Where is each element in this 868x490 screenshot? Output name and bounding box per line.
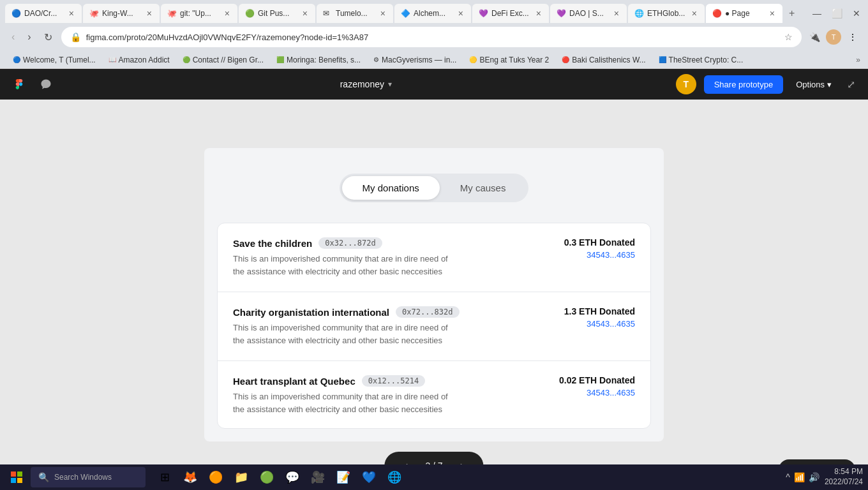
taskbar-network-icon[interactable]: 📶 [794,472,805,482]
bookmark-moringa[interactable]: 🟩 Moringa: Benefits, s... [271,54,366,66]
figma-user-avatar[interactable]: T [676,74,696,94]
fullscreen-button[interactable]: ⤢ [844,76,858,93]
donation-tx-1[interactable]: 34543...4635 [546,250,635,260]
donation-left-3: Heart transplant at Quebec 0x12...5214 T… [233,375,546,415]
start-button[interactable] [5,466,28,489]
bookmark-icon-macgyver: ⚙ [373,56,379,63]
taskbar-app-zoom[interactable]: 🎥 [306,466,329,489]
bookmark-icon-moringa: 🟩 [276,56,284,63]
tab-close-king[interactable]: × [146,7,153,20]
tab-close-ethglob[interactable]: × [691,7,698,20]
taskbar-app-browser[interactable]: 🦊 [179,466,202,489]
donation-desc-1: This is an impoverished community that a… [233,253,539,278]
taskbar-app-green[interactable]: 🟢 [255,466,278,489]
donation-list: Save the children 0x32...872d This is an… [217,223,651,429]
taskbar-volume-icon[interactable]: 🔊 [809,472,819,482]
tab-close-dao[interactable]: × [68,7,75,20]
taskbar-app-orange[interactable]: 🟠 [204,466,227,489]
prototype-area: My donations My causes Save the children… [0,100,868,490]
bookmark-thestreet[interactable]: 🟦 TheStreet Crypto: C... [654,54,749,66]
bookmark-icon-baki: 🔴 [562,56,569,63]
tab-close-git-push[interactable]: × [301,7,309,20]
taskbar-clock[interactable]: 8:54 PM 2022/07/24 [825,467,863,487]
taskbar-app-vscode[interactable]: 💙 [357,466,380,489]
bookmark-contact[interactable]: 🟢 Contact // Bigen Gr... [177,54,269,66]
tab-close-defi[interactable]: × [535,7,542,20]
tab-controls: — ⬜ ✕ [810,6,863,21]
taskbar-app-word[interactable]: 📝 [332,466,355,489]
bookmark-macgyver[interactable]: ⚙ MacGyverisms — in... [368,54,461,66]
maximize-button[interactable]: ⬜ [829,6,845,21]
donation-tx-3[interactable]: 34543...4635 [546,388,635,397]
close-window-button[interactable]: ✕ [850,6,863,21]
tab-page-active[interactable]: 🔴 ● Page × [706,4,782,23]
project-name-display[interactable]: razemoney ▾ [64,79,668,89]
taskbar-search-box[interactable]: 🔍 Search Windows [31,467,146,487]
reload-button[interactable]: ↻ [40,29,56,46]
taskbar-chevron-icon[interactable]: ^ [786,472,790,482]
tab-close-git-up[interactable]: × [223,7,231,20]
tab-tumelo[interactable]: ✉ Tumelo... × [317,4,393,23]
bookmark-icon-beng: 🟡 [469,56,477,63]
donation-item-1: Save the children 0x32...872d This is an… [218,223,650,292]
tab-dao-cr[interactable]: 🔵 DAO/Cr... × [5,4,82,23]
donation-address-2: 0x72...832d [396,306,459,318]
options-button[interactable]: Options ▾ [791,76,837,93]
tab-favicon-dao: 🔵 [11,9,20,18]
donation-tx-2[interactable]: 34543...4635 [546,319,635,329]
tab-dao-s[interactable]: 💜 DAO | S... × [550,4,627,23]
donation-item-2: Charity organistation international 0x72… [218,292,650,361]
taskbar-date-display: 2022/07/24 [825,477,863,487]
new-tab-button[interactable]: + [784,5,800,22]
taskbar-app-chrome[interactable]: 🌐 [383,466,406,489]
tab-close-dao-s[interactable]: × [613,7,620,20]
extensions-icon[interactable]: 🔌 [807,29,822,45]
browser-tab-bar: 🔵 DAO/Cr... × 🐙 King-W... × 🐙 git: "Up..… [0,0,868,23]
taskbar-search-text: Search Windows [54,473,112,482]
address-input-container[interactable]: 🔒 figma.com/proto/20MuHvzdAOjl0VWNqvE2FY… [61,27,802,47]
more-options-icon[interactable]: ⋮ [845,29,860,45]
bookmark-amazon[interactable]: 📖 Amazon Addict [103,54,175,66]
taskbar-app-folder[interactable]: 📁 [230,466,253,489]
tab-alchemy[interactable]: 🔷 Alchem... × [394,4,471,23]
tab-close-tumelo[interactable]: × [379,7,387,20]
bookmark-beng[interactable]: 🟡 BEng at Tuks Year 2 [464,54,554,66]
donation-title-row-1: Save the children 0x32...872d [233,237,546,249]
tab-king-w[interactable]: 🐙 King-W... × [83,4,160,23]
taskbar-app-chat[interactable]: 💬 [281,466,304,489]
bookmark-welcome[interactable]: 🔵 Welcome, T (Tumel... [8,54,101,66]
tab-git-push[interactable]: 🟢 Git Pus... × [239,4,315,23]
tab-git-up[interactable]: 🐙 git: "Up... × [161,4,237,23]
donation-left-2: Charity organistation international 0x72… [233,306,546,346]
donation-title-row-2: Charity organistation international 0x72… [233,306,546,318]
tab-favicon-dao-s: 💜 [557,9,565,18]
share-prototype-button[interactable]: Share prototype [704,75,784,94]
tab-title-ethglob: ETHGlob... [647,9,687,18]
tab-defi[interactable]: 💜 DeFi Exc... × [472,4,549,23]
forward-button[interactable]: › [24,29,34,45]
tab-close-alchemy[interactable]: × [457,7,465,20]
svg-rect-1 [17,471,22,477]
bookmark-star-icon[interactable]: ☆ [784,32,793,42]
tab-ethglob[interactable]: 🌐 ETHGlob... × [628,4,705,23]
user-avatar: T [826,29,841,45]
bookmarks-more-button[interactable]: » [856,56,860,64]
minimize-button[interactable]: — [810,6,824,21]
figma-logo[interactable] [10,75,28,93]
bookmark-label-beng: BEng at Tuks Year 2 [479,56,549,64]
donation-desc-3: This is an impoverished community that a… [233,390,539,415]
my-donations-tab[interactable]: My donations [342,176,440,200]
comment-button[interactable] [36,74,56,94]
my-causes-tab[interactable]: My causes [440,176,527,200]
tab-title-king: King-W... [102,9,142,18]
donation-amount-3: 0.02 ETH Donated [546,375,635,385]
bookmark-baki[interactable]: 🔴 Baki Calisthenics W... [557,54,650,66]
profile-menu[interactable]: T [826,29,841,45]
donation-item-3: Heart transplant at Quebec 0x12...5214 T… [218,361,650,429]
taskbar-pinned-apps: ⊞ 🦊 🟠 📁 🟢 💬 🎥 📝 💙 🌐 [153,466,406,489]
tab-close-page[interactable]: × [768,7,776,20]
taskbar-app-view[interactable]: ⊞ [153,466,176,489]
bookmark-label-welcome: Welcome, T (Tumel... [23,56,96,64]
svg-rect-3 [17,478,22,483]
back-button[interactable]: ‹ [8,29,19,45]
